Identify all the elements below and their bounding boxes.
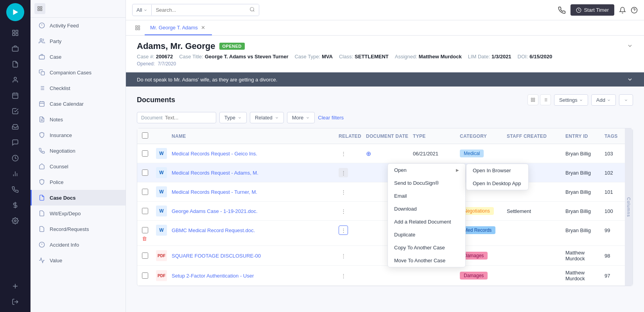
context-download[interactable]: Download xyxy=(388,202,465,215)
sidebar-item-case-docs[interactable]: Case Docs xyxy=(30,190,126,206)
help-icon[interactable] xyxy=(631,7,638,14)
delete-button[interactable]: 🗑 xyxy=(142,236,147,242)
type-chevron-icon xyxy=(238,116,242,120)
row-more-button[interactable]: ⋮ xyxy=(339,206,348,216)
row-more-button[interactable]: ⋮ xyxy=(339,168,348,177)
row-more-button[interactable]: ⋮ xyxy=(339,271,348,280)
related-add-icon[interactable]: ⊕ xyxy=(366,150,371,157)
grid-view-button[interactable] xyxy=(527,94,538,105)
clock-icon[interactable] xyxy=(7,151,23,165)
svg-rect-2 xyxy=(16,30,18,32)
phone-topbar-icon[interactable] xyxy=(558,6,566,14)
sidebar-item-party[interactable]: Party xyxy=(30,33,126,49)
sidebar-item-accident-info[interactable]: Accident Info xyxy=(30,237,126,252)
select-all-checkbox[interactable] xyxy=(142,132,148,139)
row-checkbox[interactable] xyxy=(142,208,148,214)
sidebar-item-negotiation[interactable]: Negotiation xyxy=(30,143,126,159)
sidebar-item-police[interactable]: Police xyxy=(30,174,126,190)
context-duplicate[interactable]: Duplicate xyxy=(388,228,465,241)
context-add-related[interactable]: Add a Related Document xyxy=(388,215,465,228)
case-header-collapse[interactable] xyxy=(627,43,633,50)
row-more-button[interactable]: ⋮ xyxy=(339,251,348,260)
sidebar-item-notes[interactable]: Notes xyxy=(30,112,126,127)
dollar-icon[interactable] xyxy=(7,198,23,212)
notification-icon[interactable] xyxy=(619,7,626,14)
sidebar-tab-grid[interactable] xyxy=(34,3,45,14)
alert-collapse-icon[interactable] xyxy=(627,76,633,83)
settings-icon[interactable] xyxy=(7,214,23,228)
doc-name[interactable]: GBMC Medical Record Request.doc. xyxy=(172,227,339,233)
clear-filters-button[interactable]: Clear filters xyxy=(318,115,344,121)
tab-mr-george[interactable]: Mr. George T. Adams ✕ xyxy=(145,20,212,35)
sidebar-item-case-calendar[interactable]: Case Calendar xyxy=(30,96,126,112)
context-move-case[interactable]: Move To Another Case xyxy=(388,254,465,267)
context-copy-case[interactable]: Copy To Another Case xyxy=(388,241,465,254)
inbox-icon[interactable] xyxy=(7,120,23,134)
list-view-button[interactable] xyxy=(540,94,551,105)
phone-icon[interactable] xyxy=(7,182,23,197)
row-checkbox[interactable] xyxy=(142,170,148,176)
briefcase-icon[interactable] xyxy=(7,41,23,56)
search-type-selector[interactable]: All xyxy=(133,5,152,15)
search-button[interactable] xyxy=(246,4,259,16)
document-filter-input[interactable] xyxy=(165,115,212,121)
row-checkbox[interactable] xyxy=(142,227,148,233)
sidebar-item-wit-exp-depo[interactable]: Wit/Exp/Depo xyxy=(30,206,126,221)
person-icon[interactable] xyxy=(7,73,23,87)
row-checkbox[interactable] xyxy=(142,252,148,259)
sidebar-item-record-requests[interactable]: Record/Requests xyxy=(30,221,126,237)
doc-name[interactable]: Medical Records Request - Turner, M. xyxy=(172,189,339,195)
sidebar-item-companion-cases[interactable]: Companion Cases xyxy=(30,65,126,80)
open-in-desktop-app[interactable]: Open In Desktop App xyxy=(466,177,528,190)
columns-sidebar[interactable]: Columns xyxy=(625,128,633,286)
sidebar-item-value[interactable]: Value xyxy=(30,252,126,268)
start-timer-button[interactable]: Start Timer xyxy=(570,4,614,16)
row-checkbox[interactable] xyxy=(142,150,148,157)
row-more-button[interactable]: ⋮ xyxy=(339,225,348,235)
context-download-label: Download xyxy=(394,206,417,212)
tab-grid-button[interactable] xyxy=(132,22,143,33)
doc-icon-pdf: PDF xyxy=(156,270,167,281)
wit-exp-depo-icon xyxy=(38,209,46,217)
more-filter-dropdown[interactable]: More xyxy=(287,112,315,123)
doc-name[interactable]: George Adams Case - 1-19-2021.doc. xyxy=(172,208,339,214)
doc-name[interactable]: Medical Records Request - Geico Ins. xyxy=(172,151,339,157)
chart-icon[interactable] xyxy=(7,167,23,181)
check-icon[interactable] xyxy=(7,104,23,118)
chat-icon[interactable] xyxy=(7,135,23,150)
calendar-icon[interactable] xyxy=(7,88,23,103)
tab-close-button[interactable]: ✕ xyxy=(200,24,206,31)
sidebar-item-checklist[interactable]: Checklist xyxy=(30,80,126,96)
open-in-browser[interactable]: Open In Browser xyxy=(466,164,528,177)
add-extra-button[interactable] xyxy=(619,94,633,106)
row-more-button[interactable]: ⋮ xyxy=(339,187,348,197)
grid-icon[interactable] xyxy=(7,26,23,40)
type-badge: Damages xyxy=(460,272,488,280)
app-logo[interactable] xyxy=(6,3,24,21)
document-icon[interactable] xyxy=(7,57,23,71)
doc-name[interactable]: Setup 2-Factor Authentication - User xyxy=(172,273,339,279)
doc-entry-id: 103 xyxy=(605,151,628,157)
row-checkbox[interactable] xyxy=(142,272,148,279)
doc-name[interactable]: Medical Records Request - Adams, M. xyxy=(172,170,339,176)
logout-icon[interactable] xyxy=(7,295,23,309)
sidebar-item-activity-feed[interactable]: Activity Feed xyxy=(30,18,126,33)
context-email[interactable]: Email xyxy=(388,189,465,202)
context-open[interactable]: Open ▶ Open In Browser Open In Desktop A… xyxy=(388,164,465,177)
settings-button[interactable]: Settings xyxy=(554,94,588,106)
search-input[interactable] xyxy=(152,5,246,15)
sidebar-item-insurance[interactable]: Insurance xyxy=(30,127,126,143)
related-filter-dropdown[interactable]: Related xyxy=(250,112,284,123)
add-button[interactable]: Add xyxy=(591,94,616,106)
row-checkbox[interactable] xyxy=(142,189,148,195)
sidebar-item-case[interactable]: Case xyxy=(30,49,126,65)
row-more-button[interactable]: ⋮ xyxy=(339,149,348,158)
doc-name[interactable]: SQUARE FOOTAGE DISCLOSURE-00 xyxy=(172,253,339,259)
add-icon[interactable] xyxy=(7,279,23,293)
type-filter-dropdown[interactable]: Type xyxy=(219,112,247,123)
context-docusign[interactable]: Send to DocuSign® xyxy=(388,177,465,189)
search-icon xyxy=(249,7,255,12)
svg-line-46 xyxy=(253,11,255,12)
sidebar-item-counsel[interactable]: Counsel xyxy=(30,159,126,174)
col-tags: Tags xyxy=(605,133,628,139)
